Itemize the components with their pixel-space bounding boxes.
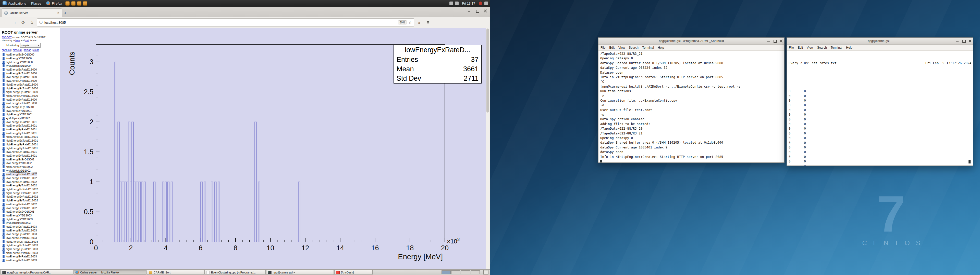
panel-clock[interactable]: Fri 13:17 (460, 2, 478, 5)
tree-item[interactable]: lowEnergyEvTotalD1S000 (2, 101, 59, 105)
maximize-button[interactable] (773, 39, 776, 43)
tree-item[interactable]: lowEnergyExTotalD1S001 (2, 124, 59, 128)
tree-item[interactable]: lowEnergyEyRateD1S001 (2, 128, 59, 131)
tree-item[interactable]: highEnergyEyTotalD1S002 (2, 199, 59, 202)
bookmark-star-icon[interactable]: ☆ (409, 20, 412, 25)
menu-help[interactable]: Help (658, 46, 664, 49)
tree-item[interactable]: lowEnergyXYD1S002 (2, 161, 59, 165)
tree-item[interactable]: xyMultiplicityD1S001 (2, 116, 59, 120)
menu-search[interactable]: Search (629, 46, 638, 49)
site-info-icon[interactable]: ⓘ (39, 20, 43, 25)
tree-item[interactable]: highEnergyEyRateD1S001 (2, 142, 59, 146)
tray-app-icon-2[interactable] (71, 1, 76, 6)
close-button[interactable] (968, 39, 972, 43)
forward-icon[interactable] (11, 19, 18, 26)
tree-item[interactable]: highEnergyEyTotalD1S001 (2, 146, 59, 150)
tree-item[interactable]: lowEnergyXYD1S001 (2, 109, 59, 112)
tree-item[interactable]: lowEnergyExRateD1S001 (2, 120, 59, 124)
tree-item[interactable]: highEnergyEyRateD1S003 (2, 247, 59, 251)
reload-icon[interactable] (20, 19, 27, 26)
tree-item[interactable]: lowEnergyXYD1S003 (2, 213, 59, 217)
tree-item[interactable]: highEnergyXYD1S001 (2, 112, 59, 116)
close-button[interactable] (779, 39, 783, 43)
menu-edit[interactable]: Edit (797, 46, 803, 49)
jsroot-link[interactable]: JSROOT (2, 36, 11, 38)
home-icon[interactable] (28, 19, 35, 26)
tree-item[interactable]: lowEnergyExEyD1S002 (2, 157, 59, 161)
places-menu[interactable]: Places (29, 0, 44, 6)
tree-item[interactable]: highEnergyExRateD1S002 (2, 187, 59, 191)
tree-item[interactable]: lowEnergyXYD1S000 (2, 57, 59, 60)
minimize-button[interactable] (467, 9, 471, 13)
monitoring-checkbox[interactable] (2, 44, 5, 47)
new-tab-button[interactable]: + (62, 9, 68, 17)
tree-item[interactable]: highEnergyExRateD1S000 (2, 83, 59, 87)
show-desktop-button[interactable] (484, 270, 488, 275)
stats-box[interactable]: lowEnergyExRateD... Entries 37 Mean 3661… (393, 45, 482, 84)
url-bar[interactable]: ⓘ localhost:8085 80% ☆ (37, 18, 414, 27)
tree-item[interactable]: xyMultiplicityD1S002 (2, 169, 59, 172)
terminal-build-window[interactable]: npg@carme-gsi:~/Programs/CARME_Sort/buil… (598, 38, 784, 163)
workspace-2[interactable] (451, 270, 460, 274)
back-icon[interactable] (2, 19, 10, 26)
tray-app-icon-4[interactable] (83, 1, 87, 6)
tray-app-icon-3[interactable] (77, 1, 81, 6)
terminal-watch-titlebar[interactable]: npg@carme-gsi:~ (787, 38, 973, 44)
tree-item[interactable]: lowEnergyExTotalD1S003 (2, 228, 59, 232)
tree-item[interactable]: lowEnergyExEyD1S000 (2, 53, 59, 57)
json-link[interactable]: json (15, 39, 20, 42)
tree-item[interactable]: highEnergyXYD1S002 (2, 165, 59, 169)
tree-item[interactable]: lowEnergyEvTotalD1S001 (2, 154, 59, 158)
tree-item[interactable]: highEnergyEyRateD1S000 (2, 90, 59, 94)
root-canvas[interactable]: 0246810121416182000.511.522.53CountsEner… (60, 28, 487, 269)
tree-item[interactable]: highEnergyEyRateD1S002 (2, 195, 59, 199)
workspace-1[interactable] (442, 270, 451, 274)
taskbar-button[interactable]: CARME_Sort (147, 270, 204, 275)
sidebar-action-open-all[interactable]: open all (2, 49, 11, 51)
tree-item[interactable]: lowEnergyExEyD1S001 (2, 105, 59, 109)
tree-item[interactable]: lowEnergyExTotalD1S000 (2, 71, 59, 75)
tray-app-icon-1[interactable] (65, 1, 70, 6)
tree-item[interactable]: highEnergyEyTotalD1S000 (2, 94, 59, 98)
zoom-badge[interactable]: 80% (398, 21, 407, 24)
tree-item[interactable]: highEnergyExRateD1S001 (2, 135, 59, 139)
tree-item[interactable]: lowEnergyEvRateD1S002 (2, 202, 59, 206)
tree-item[interactable]: lowEnergyEyTotalD1S002 (2, 183, 59, 187)
taskbar-button[interactable]: Online server — Mozilla Firefox (73, 270, 146, 275)
taskbar-button[interactable]: EventClustering.cpp (~/Programs/... (204, 270, 266, 275)
sidebar-action-clear[interactable]: clear (33, 49, 39, 51)
applications-menu[interactable]: Applications (0, 0, 29, 6)
user-switcher-icon[interactable] (484, 2, 488, 5)
minimize-button[interactable] (766, 39, 770, 43)
tree-item[interactable]: highEnergyExTotalD1S001 (2, 139, 59, 142)
tree-item[interactable]: lowEnergyEvTotalD1S003 (2, 258, 59, 262)
anydesk-tray-icon[interactable] (479, 2, 482, 5)
menu-terminal[interactable]: Terminal (642, 46, 654, 49)
menu-edit[interactable]: Edit (609, 46, 614, 49)
menu-file[interactable]: File (789, 46, 794, 49)
tree-item[interactable]: highEnergyEyTotalD1S003 (2, 251, 59, 254)
maximize-button[interactable] (475, 9, 479, 13)
taskbar-button[interactable]: npg@carme-gsi:~ (266, 270, 334, 275)
terminal-build-titlebar[interactable]: npg@carme-gsi:~/Programs/CARME_Sort/buil… (598, 38, 784, 44)
tree-item[interactable]: lowEnergyExTotalD1S002 (2, 176, 59, 180)
tree-item[interactable]: lowEnergyEvRateD1S001 (2, 150, 59, 154)
tree-item[interactable]: lowEnergyExEyD1S003 (2, 210, 59, 213)
tree-item[interactable]: highEnergyExTotalD1S003 (2, 243, 59, 247)
terminal-build-body[interactable]: /TapeData/G22-88/R3_21Opening dataspy 0d… (598, 51, 784, 163)
tree-item[interactable]: lowEnergyEvRateD1S000 (2, 98, 59, 101)
tab-close-icon[interactable]: × (57, 11, 60, 15)
menu-view[interactable]: View (807, 46, 813, 49)
tree-item[interactable]: lowEnergyExRateD1S003 (2, 225, 59, 229)
tree-item[interactable]: lowEnergyEyRateD1S002 (2, 180, 59, 183)
menu-view[interactable]: View (618, 46, 625, 49)
tab-online-server[interactable]: Online server × (2, 8, 62, 17)
terminal-watch-window[interactable]: npg@carme-gsi:~ FileEditViewSearchTermin… (787, 38, 974, 166)
workspace-3[interactable] (461, 270, 470, 274)
layout-select[interactable]: simple (20, 43, 41, 47)
overflow-icon[interactable] (416, 19, 423, 26)
xml-link[interactable]: xml (25, 39, 29, 42)
menu-file[interactable]: File (600, 46, 605, 49)
tree-item[interactable]: lowEnergyExRateD1S000 (2, 68, 59, 71)
tree-item[interactable]: lowEnergyExRateD1S002 (2, 172, 59, 176)
